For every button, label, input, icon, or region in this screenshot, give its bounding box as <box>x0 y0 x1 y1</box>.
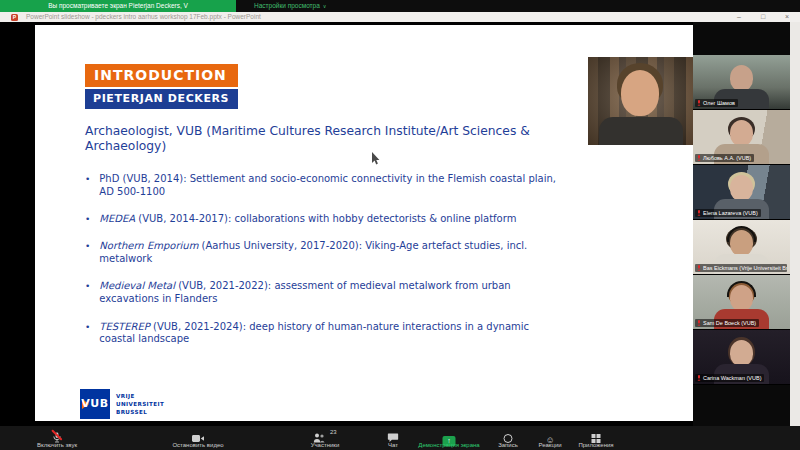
bullet-phd: • PhD (VUB, 2014): Settlement and socio-… <box>85 173 563 199</box>
participant-video-tile[interactable]: Bas Eickmans (Vrije Universiteit Br... <box>693 220 790 275</box>
participant-video-tile[interactable]: Олег Шамов <box>693 55 790 110</box>
participant-video-tile[interactable]: Любовь А.А. (VUB) <box>693 110 790 165</box>
participant-name-tag: Любовь А.А. (VUB) <box>695 154 754 162</box>
unmute-button[interactable]: Включить звук <box>20 428 94 448</box>
powerpoint-app-icon: P <box>11 14 18 21</box>
zoom-toolbar: Включить звук ^ Остановить видео ^ 23 Уч… <box>0 426 800 450</box>
reactions-button[interactable]: ☺ Реакции <box>530 428 570 448</box>
bullet-northern-emporium: • Northern Emporium (Aarhus University, … <box>85 240 563 266</box>
stop-video-button[interactable]: Остановить видео <box>160 428 236 448</box>
participant-name-tag: Sam De Boeck (VUB) <box>695 319 759 327</box>
speaker-portrait-photo <box>588 57 693 145</box>
share-screen-button[interactable]: ↑ Демонстрация экрана <box>401 428 497 448</box>
shared-screen-area: INTRODUCTION PIETERJAN DECKERS Archaeolo… <box>0 22 800 426</box>
record-button[interactable]: Запись <box>491 428 525 448</box>
chevron-down-icon: ∨ <box>323 3 327 9</box>
slide-bullet-list: • PhD (VUB, 2014): Settlement and socio-… <box>85 173 563 361</box>
bullet-testerep: • TESTEREP (VUB, 2021-2024): deep histor… <box>85 321 563 347</box>
bullet-glyph: • <box>85 213 90 226</box>
window-title: PowerPoint slideshow - pdeckers intro aa… <box>26 12 261 22</box>
powerpoint-window-edge <box>790 12 800 426</box>
bullet-glyph: • <box>85 240 90 266</box>
participants-button[interactable]: 23 Участники <box>295 428 355 448</box>
muted-mic-icon <box>697 210 701 216</box>
bullet-medea: • MEDEA (VUB, 2014-2017): collaborations… <box>85 213 563 226</box>
participant-name-tag: Carina Wackman (VUB) <box>695 374 764 382</box>
vub-logo-mark: VUB <box>80 389 110 419</box>
participant-name-tag: Bas Eickmans (Vrije Universiteit Br... <box>695 264 787 272</box>
muted-mic-icon <box>697 265 701 271</box>
portrait-shoulders <box>599 117 683 145</box>
zoom-meeting-screen: Вы просматриваете экран Pieterjan Decker… <box>0 0 800 450</box>
bullet-glyph: • <box>85 280 90 306</box>
slide-title: INTRODUCTION <box>85 64 238 87</box>
muted-mic-icon <box>697 155 701 161</box>
muted-mic-icon <box>697 320 701 326</box>
participant-video-tile[interactable]: Carina Wackman (VUB) <box>693 330 790 385</box>
view-settings-menu[interactable]: Настройки просмотра∨ <box>254 0 327 12</box>
bullet-medieval-metal: • Medieval Metal (VUB, 2021-2022): asses… <box>85 280 563 306</box>
zoom-sharing-banner-bar: Вы просматриваете экран Pieterjan Decker… <box>0 0 800 12</box>
muted-mic-icon <box>697 375 701 381</box>
participant-video-tile[interactable]: Elena Lazareva (VUB) <box>693 165 790 220</box>
participant-name-tag: Elena Lazareva (VUB) <box>695 209 761 217</box>
participant-name-tag: Олег Шамов <box>695 99 738 107</box>
participant-video-tile[interactable]: Sam De Boeck (VUB) <box>693 275 790 330</box>
portrait-face <box>621 70 659 116</box>
apps-button[interactable]: Приложения <box>572 428 620 448</box>
minimize-button[interactable]: – <box>732 12 746 22</box>
muted-mic-icon <box>697 100 701 106</box>
mouse-cursor-icon <box>371 152 380 165</box>
close-button[interactable]: × <box>780 12 794 22</box>
bullet-glyph: • <box>85 321 90 347</box>
sharing-status-banner: Вы просматриваете экран Pieterjan Decker… <box>0 0 236 12</box>
slide-subtitle-name: PIETERJAN DECKERS <box>85 89 238 109</box>
participants-count-badge: 23 <box>330 429 337 435</box>
bullet-glyph: • <box>85 173 90 199</box>
slide-role-text: Archaeologist, VUB (Maritime Cultures Re… <box>85 124 543 154</box>
vub-logo-text: VRIJE UNIVERSITEIT BRUSSEL <box>116 392 164 416</box>
view-settings-label: Настройки просмотра <box>254 2 320 9</box>
participants-video-sidebar: Олег Шамов Любовь А.А. (VUB) Elena Lazar… <box>693 22 790 426</box>
maximize-button[interactable]: □ <box>756 12 770 22</box>
presentation-slide: INTRODUCTION PIETERJAN DECKERS Archaeolo… <box>35 25 693 421</box>
powerpoint-titlebar: P PowerPoint slideshow - pdeckers intro … <box>0 12 800 22</box>
